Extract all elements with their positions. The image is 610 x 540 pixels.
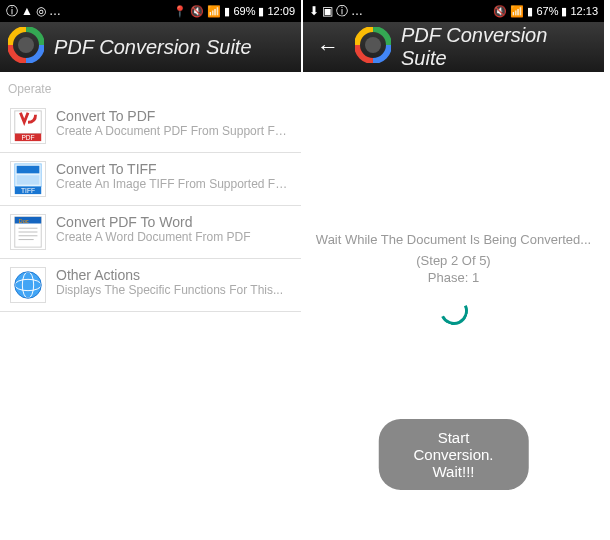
wifi-icon: 📶 — [207, 5, 221, 18]
svg-point-4 — [18, 37, 34, 53]
item-subtitle: Create A Word Document From PDF — [56, 230, 291, 244]
svg-text:Doc: Doc — [19, 218, 29, 224]
svg-rect-10 — [17, 175, 40, 184]
wifi-icon: 📶 — [510, 5, 524, 18]
app-bar: PDF Conversion Suite — [0, 22, 301, 72]
signal-icon: ▮ — [527, 5, 533, 18]
battery-percent: 67% — [536, 5, 558, 17]
signal-icon: ▮ — [224, 5, 230, 18]
start-conversion-button[interactable]: Start Conversion. Wait!!! — [378, 419, 529, 490]
clock-text: 12:09 — [267, 5, 295, 17]
info-icon: ⓘ — [336, 3, 348, 20]
item-title: Convert To TIFF — [56, 161, 291, 177]
battery-icon: ▮ — [258, 5, 264, 18]
list-item-convert-tiff[interactable]: TIFF Convert To TIFF Create An Image TIF… — [0, 153, 301, 206]
back-button[interactable]: ← — [311, 30, 345, 64]
triangle-icon: ▲ — [21, 4, 33, 18]
status-left: ⓘ ▲ ◎ … — [6, 3, 61, 20]
svg-text:TIFF: TIFF — [21, 187, 35, 194]
app-logo-icon — [355, 27, 391, 67]
item-title: Convert To PDF — [56, 108, 291, 124]
app-logo-icon — [8, 27, 44, 67]
list-item-convert-pdf[interactable]: PDF Convert To PDF Create A Document PDF… — [0, 100, 301, 153]
app-title: PDF Conversion Suite — [401, 24, 596, 70]
item-title: Other Actions — [56, 267, 291, 283]
status-bar: ⓘ ▲ ◎ … 📍 🔇 📶 ▮ 69% ▮ 12:09 — [0, 0, 301, 22]
target-icon: ◎ — [36, 4, 46, 18]
progress-phase: Phase: 1 — [428, 270, 479, 285]
item-title: Convert PDF To Word — [56, 214, 291, 230]
list-item-other-actions[interactable]: Other Actions Displays The Specific Func… — [0, 259, 301, 312]
location-icon: 📍 — [173, 5, 187, 18]
left-screen: ⓘ ▲ ◎ … 📍 🔇 📶 ▮ 69% ▮ 12:09 PDF Conversi… — [0, 0, 303, 540]
item-subtitle: Create A Document PDF From Support Forma… — [56, 124, 291, 138]
list-item-pdf-to-word[interactable]: Doc Convert PDF To Word Create A Word Do… — [0, 206, 301, 259]
status-right: 🔇 📶 ▮ 67% ▮ 12:13 — [493, 5, 598, 18]
svg-rect-9 — [17, 166, 40, 174]
svg-point-28 — [365, 37, 381, 53]
battery-percent: 69% — [233, 5, 255, 17]
operations-list: PDF Convert To PDF Create A Document PDF… — [0, 100, 301, 312]
status-bar: ⬇ ▣ ⓘ … 🔇 📶 ▮ 67% ▮ 12:13 — [303, 0, 604, 22]
right-screen: ⬇ ▣ ⓘ … 🔇 📶 ▮ 67% ▮ 12:13 ← PDF Conversi… — [303, 0, 606, 540]
progress-step: (Step 2 Of 5) — [416, 253, 490, 268]
doc-icon: Doc — [10, 214, 46, 250]
tiff-icon: TIFF — [10, 161, 46, 197]
spinner-icon — [436, 293, 472, 329]
info-icon: ⓘ — [6, 3, 18, 20]
section-header: Operate — [0, 72, 301, 100]
pdf-icon: PDF — [10, 108, 46, 144]
svg-text:PDF: PDF — [21, 134, 34, 141]
app-bar: ← PDF Conversion Suite — [303, 22, 604, 72]
status-right: 📍 🔇 📶 ▮ 69% ▮ 12:09 — [173, 5, 295, 18]
more-icon: … — [351, 4, 363, 18]
mute-icon: 🔇 — [493, 5, 507, 18]
status-left: ⬇ ▣ ⓘ … — [309, 3, 363, 20]
item-subtitle: Displays The Specific Functions For This… — [56, 283, 291, 297]
battery-icon: ▮ — [561, 5, 567, 18]
clock-text: 12:13 — [570, 5, 598, 17]
image-icon: ▣ — [322, 4, 333, 18]
item-subtitle: Create An Image TIFF From Supported Form… — [56, 177, 291, 191]
mute-icon: 🔇 — [190, 5, 204, 18]
download-icon: ⬇ — [309, 4, 319, 18]
progress-message: Wait While The Document Is Being Convert… — [316, 232, 591, 247]
more-icon: … — [49, 4, 61, 18]
globe-icon — [10, 267, 46, 303]
app-title: PDF Conversion Suite — [54, 36, 252, 59]
